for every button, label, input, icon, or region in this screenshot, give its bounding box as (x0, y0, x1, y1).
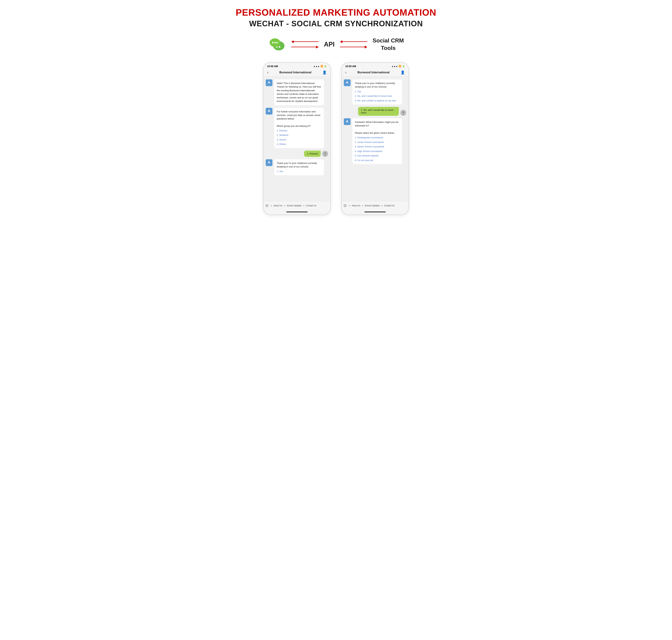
phone2-option-junior[interactable]: 2. Junior School coursework (355, 141, 399, 144)
phone1-menu-dots-1: ≡ (271, 204, 272, 207)
phone1-option-yes[interactable]: 1. Yes (277, 170, 321, 173)
phone1-bubble-2: For further exclusive information and se… (274, 108, 324, 148)
phone2-menu-dots-2: ≡ (362, 204, 363, 207)
phone2-nav-bar: ‹ Burwood International 👤 (342, 69, 408, 77)
phone2-status-bar: 10:00 AM ▲▲▲ 📶 🔋 (342, 63, 408, 69)
phone2-option-no-more[interactable]: 2. No, and I would like to know more (355, 94, 399, 98)
svg-point-2 (279, 46, 280, 48)
phone2-user-bubble: 1. No, and I would like to know more (358, 107, 399, 116)
phone1-chat-area: Hello! This is Burwood International. Th… (264, 77, 330, 201)
battery-icon: 🔋 (324, 65, 327, 68)
phone2-home-indicator (342, 210, 408, 215)
phone2-chat-area: Thank you! Is your child(ren) currently … (342, 77, 408, 201)
phone1-menu-contact[interactable]: Contact Us (306, 204, 317, 207)
phone-2: 10:00 AM ▲▲▲ 📶 🔋 ‹ Burwood International… (341, 62, 409, 215)
phone1-menu-dots-2: ≡ (284, 204, 285, 207)
phone2-wifi-icon: 📶 (399, 65, 401, 68)
phone1-back-button[interactable]: ‹ (267, 70, 268, 75)
wechat-icon (268, 37, 286, 52)
phone1-user-bubble: 1. Parents (304, 150, 321, 157)
phone1-menu-about[interactable]: About Us (274, 204, 282, 207)
phone2-battery-icon: 🔋 (402, 65, 405, 68)
social-crm-label: Social CRMTools (372, 37, 404, 52)
phone1-grid-icon[interactable]: ⊙ (265, 203, 268, 208)
phone2-option-network[interactable]: 5. Our schools network (355, 154, 399, 158)
phone2-option-kinder[interactable]: 1. Kindergarten coursework (355, 136, 399, 140)
phone-1: 10:00 AM ▲▲▲ 📶 🔋 ‹ Burwood International… (263, 62, 331, 215)
phone2-user-avatar (400, 110, 406, 116)
arrow-left-head (291, 40, 294, 43)
svg-point-13 (268, 161, 270, 163)
phone1-bottom-menu: ⊙ ≡ About Us ≡ School Updates ≡ Contact … (264, 201, 330, 210)
right-arrows (340, 40, 367, 48)
phone2-home-bar (364, 212, 386, 213)
svg-point-16 (403, 111, 404, 113)
phone1-menu-updates[interactable]: School Updates (287, 204, 302, 207)
phone1-status-bar: 10:00 AM ▲▲▲ 📶 🔋 (264, 63, 330, 69)
svg-point-15 (347, 82, 348, 83)
phone1-option-students[interactable]: 2. Students (277, 133, 321, 137)
phone2-option-high[interactable]: 4. High School coursework (355, 149, 399, 153)
phone1-bot-avatar-2 (266, 108, 273, 115)
phone2-option-no-explore[interactable]: 3. No, and I prefer to explore on my own (355, 99, 399, 102)
phone2-msg-1: Thank you! Is your child(ren) currently … (344, 79, 406, 104)
phone2-menu-contact[interactable]: Contact Us (384, 204, 395, 207)
arrow-left-line (294, 41, 319, 42)
arrow-right-head (316, 46, 319, 48)
svg-point-8 (268, 82, 270, 83)
phone2-profile-icon[interactable]: 👤 (400, 70, 405, 75)
signal-icon: ▲▲▲ (313, 65, 320, 68)
phone2-signal-icon: ▲▲▲ (391, 65, 398, 68)
phone1-option-parents[interactable]: 1. Parents (277, 129, 321, 132)
phone2-nav-title: Burwood International (357, 71, 390, 74)
phone2-bubble-2: Fantastic! What information might you be… (352, 118, 402, 164)
phone2-option-senior[interactable]: 3. Senior School coursework (355, 145, 399, 148)
svg-point-4 (272, 42, 274, 43)
phone1-nav-bar: ‹ Burwood International 👤 (264, 69, 330, 77)
phone2-menu-updates[interactable]: School Updates (365, 204, 380, 207)
phone2-grid-icon[interactable]: ⊙ (344, 203, 347, 208)
phone1-bot-avatar-1 (266, 79, 273, 86)
phone2-user-msg: 1. No, and I would like to know more (344, 107, 406, 116)
api-label: API (324, 41, 335, 48)
phone1-bot-avatar-3 (266, 159, 273, 166)
arrow-line2 (342, 41, 367, 42)
phone2-bot-avatar-1 (344, 79, 351, 86)
svg-point-6 (276, 42, 278, 43)
phone1-option-others[interactable]: 4. Others (277, 142, 321, 146)
phone1-msg-3: Thank you! Is your child(ren) currently … (266, 159, 328, 175)
phone1-user-avatar (322, 151, 328, 157)
phone2-bot-avatar-2 (344, 118, 351, 125)
arrow-line3 (340, 47, 365, 47)
phone1-user-msg: 1. Parents (266, 150, 328, 157)
phone2-menu-dots-1: ≡ (349, 204, 350, 207)
page-title-2: WECHAT - SOCIAL CRM SYNCHRONIZATION (249, 19, 423, 28)
phone2-menu-about[interactable]: About Us (352, 204, 360, 207)
arrow-right-head2 (365, 46, 367, 48)
phone2-time: 10:00 AM (345, 65, 356, 68)
phone1-menu-dots-3: ≡ (303, 204, 304, 207)
page-title-1: PERSONALIZED MARKETING AUTOMATION (236, 7, 436, 18)
phone1-option-alumni[interactable]: 3. Alumni (277, 138, 321, 142)
phone2-back-button[interactable]: ‹ (345, 70, 347, 75)
phone1-home-indicator (264, 210, 330, 215)
svg-point-10 (268, 110, 270, 111)
left-arrows (291, 40, 319, 48)
phone1-msg-2: For further exclusive information and se… (266, 108, 328, 148)
phone1-time: 10:00 AM (267, 65, 278, 68)
phone1-bubble-1: Hello! This is Burwood International. Th… (274, 79, 324, 105)
phone2-option-yes[interactable]: 1. Yes (355, 90, 399, 93)
svg-point-5 (274, 42, 276, 43)
phone1-bubble-3: Thank you! Is your child(ren) currently … (274, 159, 324, 175)
phone1-home-bar (286, 212, 308, 213)
phone2-status-icons: ▲▲▲ 📶 🔋 (391, 65, 405, 68)
phone2-menu-dots-3: ≡ (381, 204, 382, 207)
arrow-right-line (291, 47, 316, 47)
wifi-icon: 📶 (321, 65, 323, 68)
phone2-msg-2: Fantastic! What information might you be… (344, 118, 406, 164)
phone1-nav-title: Burwood International (279, 71, 311, 74)
api-diagram: API Social CRMTools (268, 37, 404, 52)
phone1-profile-icon[interactable]: 👤 (322, 70, 327, 75)
phones-container: 10:00 AM ▲▲▲ 📶 🔋 ‹ Burwood International… (263, 62, 409, 215)
phone2-option-notsure[interactable]: 6. I'm not sure yet (355, 159, 399, 162)
